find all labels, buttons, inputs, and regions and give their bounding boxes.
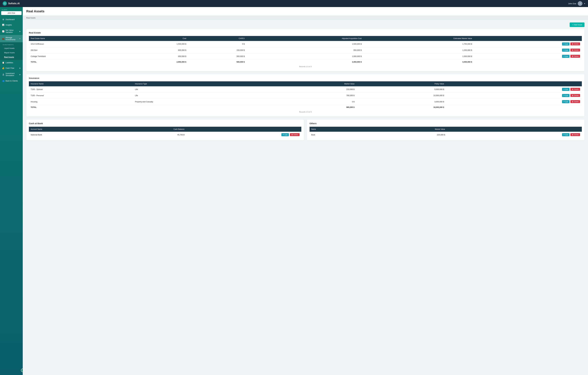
ins-delete-button-0[interactable]: 🗑 Delete — [570, 88, 580, 91]
ins-type-1: Life — [133, 92, 270, 99]
insights-icon: 📊 — [2, 24, 4, 26]
app-logo: Sofistic.AI — [3, 1, 20, 6]
sidebar-item-liabilities[interactable]: 📋 Liabilities — [0, 60, 23, 65]
re-cost-2: 650,000 $ — [122, 53, 188, 59]
col-actions — [447, 127, 582, 132]
chevron-right-icon: ▶ — [20, 31, 21, 32]
table-row: 200 Beri 800,000 $ 150,000 $ 950,000 $ 1… — [29, 47, 582, 53]
sidebar-item-label: Back to Clients — [6, 80, 18, 82]
ins-policy-2: 3,000,000 $ — [356, 99, 446, 105]
others-section: Others Name Market Value Boat — [307, 120, 585, 140]
re-total-adjusted: 3,450,000 $ — [246, 59, 364, 65]
re-total-cost: 2,950,000 $ — [122, 59, 188, 65]
app-name: Sofistic.AI — [8, 2, 20, 5]
insurance-title: Insurance — [29, 77, 582, 79]
re-cost-1: 800,000 $ — [122, 47, 188, 53]
others-title: Others — [310, 122, 582, 125]
sidebar-item-dashboard[interactable]: ⊞ Dashboard — [0, 17, 23, 22]
ins-total-label: TOTAL — [29, 105, 133, 110]
total-row: TOTAL 2,950,000 $ 500,000 $ 3,450,000 $ … — [29, 59, 582, 65]
sidebar-subitem-real-assets[interactable]: Real Assets — [0, 55, 23, 59]
col-adjusted: Adjusted Acquisition Cost — [246, 36, 364, 41]
insurance-records: Records 1-3 of 3 — [29, 110, 582, 114]
edit-button-2[interactable]: ✏ Edit — [562, 55, 569, 58]
ins-delete-button-2[interactable]: 🗑 Delete — [570, 100, 580, 103]
sidebar-item-back-to-clients[interactable]: 👥 Back to Clients — [0, 78, 23, 84]
sidebar-item-label: Cash Flow — [6, 67, 14, 69]
re-total-capex: 500,000 $ — [188, 59, 246, 65]
ins-market-2: 0 $ — [270, 99, 356, 105]
others-edit-button-0[interactable]: ✏ Edit — [562, 133, 569, 136]
ins-actions-2: ✏ Edit 🗑 Delete — [446, 99, 582, 105]
sidebar-item-cash-flow[interactable]: 💰 Cash Flow ▶ — [0, 65, 23, 71]
sidebar-item-investment-simulation[interactable]: 🔬 Investment Simulation ▶ — [0, 71, 23, 78]
re-market-0: 1,750,000 $ — [363, 41, 474, 47]
col-actions — [186, 127, 301, 132]
ins-actions-0: ✏ Edit 🗑 Delete — [446, 86, 582, 92]
real-estate-records: Records 1-3 of 3 — [29, 65, 582, 68]
add-asset-button[interactable]: + Add Asset — [570, 22, 585, 27]
ins-market-0: 215,000 $ — [270, 86, 356, 92]
sidebar-subitem-liquid-assets[interactable]: Liquid Assets — [0, 46, 23, 51]
table-row: Cottage Tremblant 650,000 $ 350,000 $ 1,… — [29, 53, 582, 59]
page-title: Real Assets — [26, 9, 585, 13]
ins-edit-button-1[interactable]: ✏ Edit — [562, 94, 569, 97]
col-real-estate-name: Real Estate Name — [29, 36, 122, 41]
ins-total-row: TOTAL 995,000 $ 18,000,000 $ — [29, 105, 582, 110]
cab-name-0: National Bank — [29, 132, 109, 138]
ins-delete-button-1[interactable]: 🗑 Delete — [570, 94, 580, 97]
ins-edit-button-0[interactable]: ✏ Edit — [562, 88, 569, 91]
actions-0: ✏ Edit 🗑 Delete — [474, 41, 582, 47]
content-area: + Add Asset Real Estate Real Estate Name… — [23, 20, 588, 146]
edit-button-1[interactable]: ✏ Edit — [562, 49, 569, 52]
col-others-market: Market Value — [361, 127, 447, 132]
investments-submenu: INVESTMENTS Liquid Assets Illiquid Asset… — [0, 42, 23, 60]
ins-edit-button-2[interactable]: ✏ Edit — [562, 100, 569, 103]
delete-button-0[interactable]: 🗑 Delete — [570, 43, 580, 45]
re-name-2: Cottage Tremblant — [29, 53, 122, 59]
ins-total-market: 995,000 $ — [270, 105, 356, 110]
re-capex-1: 150,000 $ — [188, 47, 246, 53]
re-adjusted-0: 1,500,000 $ — [246, 41, 364, 47]
re-cost-0: 1,500,000 $ — [122, 41, 188, 47]
real-estate-section: Real Estate Real Estate Name Cost CAPEX … — [26, 29, 585, 71]
sidebar-item-insights[interactable]: 📊 Insights — [0, 22, 23, 28]
ins-total-policy: 18,000,000 $ — [356, 105, 446, 110]
col-policy-value: Policy Value — [356, 81, 446, 86]
re-capex-0: 0 $ — [188, 41, 246, 47]
col-insurance-type: Insurance Type — [133, 81, 270, 86]
actions-2: ✏ Edit 🗑 Delete — [474, 53, 582, 59]
sidebar-item-label: Manage Investments — [6, 37, 19, 41]
sidebar-subitem-illiquid-assets[interactable]: Illiquid Assets — [0, 51, 23, 55]
sidebar-collapse-button[interactable]: ‹ — [21, 369, 23, 372]
cab-actions-0: ✏ Edit 🗑 Delete — [186, 132, 301, 138]
cash-at-bank-table: Account Name Cash Balance National Bank … — [29, 127, 301, 138]
cab-delete-button-0[interactable]: 🗑 Delete — [290, 133, 300, 136]
ins-policy-1: 10,000,000 $ — [356, 92, 446, 99]
user-section: John Doe J ▼ — [568, 1, 585, 6]
table-row: T100 - Spouse Life 215,000 $ 5,000,000 $… — [29, 86, 582, 92]
edit-button-0[interactable]: ✏ Edit — [562, 43, 569, 45]
re-total-label: TOTAL — [29, 59, 122, 65]
sidebar-item-net-value[interactable]: 📈 Net Value Variation ▶ — [0, 28, 23, 35]
delete-button-2[interactable]: 🗑 Delete — [570, 55, 580, 58]
others-delete-button-0[interactable]: 🗑 Delete — [570, 133, 580, 136]
chevron-right-icon: ▶ — [20, 74, 21, 75]
insurance-section: Insurance Insurance Name Insurance Type … — [26, 74, 585, 117]
ins-market-1: 780,000 $ — [270, 92, 356, 99]
insurance-table: Insurance Name Insurance Type Market Val… — [29, 81, 582, 110]
cab-edit-button-0[interactable]: ✏ Edit — [281, 133, 289, 136]
table-row: Boat 225,000 $ ✏ Edit 🗑 Delete — [310, 132, 582, 138]
table-row: National Bank 45,750 $ ✏ Edit 🗑 Delete — [29, 132, 301, 138]
re-adjusted-2: 1,000,000 $ — [246, 53, 364, 59]
liabilities-icon: 📋 — [2, 62, 4, 64]
table-row: T100 - Personal Life 780,000 $ 10,000,00… — [29, 92, 582, 99]
avatar[interactable]: J — [578, 1, 582, 6]
delete-button-1[interactable]: 🗑 Delete — [570, 49, 580, 52]
re-total-market: 4,450,000 $ — [363, 59, 474, 65]
col-actions — [474, 36, 582, 41]
top-navigation: Sofistic.AI John Doe J ▼ — [0, 0, 588, 7]
cab-balance-0: 45,750 $ — [109, 132, 186, 138]
sidebar-item-manage-investments[interactable]: 💼 Manage Investments ▼ — [0, 35, 23, 42]
ins-actions-1: ✏ Edit 🗑 Delete — [446, 92, 582, 99]
